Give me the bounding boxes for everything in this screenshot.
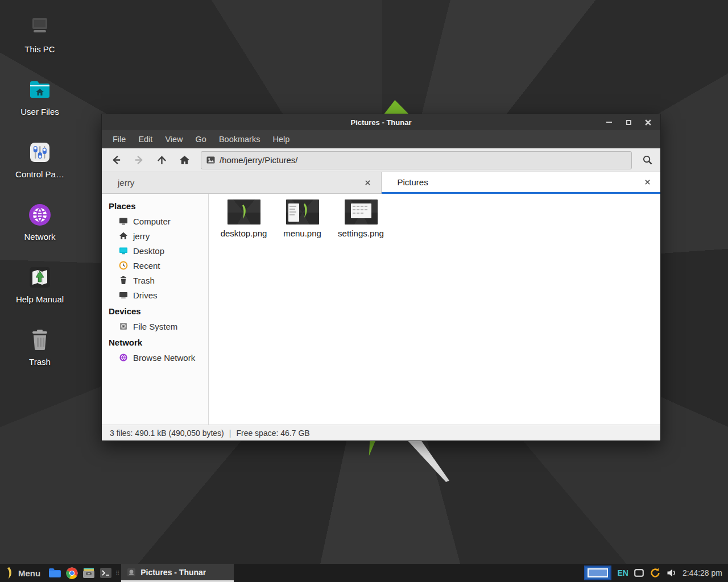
file-view[interactable]: desktop.png bbox=[209, 194, 660, 425]
file-grid: desktop.png bbox=[209, 194, 660, 238]
applications-menu-button[interactable]: Menu bbox=[0, 564, 46, 582]
sidebar-header-devices: Devices bbox=[102, 302, 208, 319]
folder-icon bbox=[48, 568, 61, 578]
terminal-icon bbox=[100, 567, 112, 579]
sidebar-item-label: File System bbox=[133, 322, 177, 331]
desktop-monitor-icon bbox=[119, 246, 128, 255]
thunar-window-icon bbox=[127, 568, 136, 577]
file-name: settings.png bbox=[338, 228, 384, 238]
desktop-icon-network[interactable]: Network bbox=[9, 201, 71, 248]
sidebar-item-label: Computer bbox=[133, 217, 171, 226]
image-file-icon bbox=[206, 156, 215, 164]
workspace-switcher[interactable] bbox=[584, 566, 611, 580]
sidebar-item-desktop[interactable]: Desktop bbox=[102, 243, 208, 258]
sidebar-item-label: Recent bbox=[133, 261, 160, 271]
desktop-icon-trash[interactable]: Trash bbox=[9, 326, 71, 373]
clock[interactable]: 2:44:28 pm bbox=[682, 568, 722, 577]
file-item-desktop-png[interactable]: desktop.png bbox=[214, 199, 273, 238]
workspace-window-outline bbox=[588, 568, 608, 577]
folder-home-icon bbox=[26, 76, 53, 103]
minimize-button[interactable] bbox=[603, 117, 615, 128]
sidebar-item-drives[interactable]: Drives bbox=[102, 288, 208, 302]
panel-drag-handle[interactable]: ⠿ bbox=[114, 564, 121, 582]
desktop-icon-label: User Files bbox=[20, 107, 59, 117]
network-globe-icon bbox=[119, 353, 128, 362]
file-item-settings-png[interactable]: settings.png bbox=[332, 199, 390, 238]
menu-bookmarks[interactable]: Bookmarks bbox=[213, 132, 267, 147]
tab-close-button[interactable] bbox=[363, 178, 373, 188]
update-notifier-icon[interactable] bbox=[650, 567, 661, 579]
launcher-chrome[interactable] bbox=[63, 564, 80, 582]
display-tray-icon[interactable] bbox=[634, 569, 644, 577]
back-button[interactable] bbox=[105, 151, 127, 170]
status-free-space: Free space: 46.7 GB bbox=[236, 429, 309, 438]
menu-help[interactable]: Help bbox=[266, 132, 296, 147]
menu-file[interactable]: File bbox=[106, 132, 132, 147]
menu-view[interactable]: View bbox=[159, 132, 189, 147]
back-arrow-icon bbox=[111, 155, 122, 165]
forward-button[interactable] bbox=[128, 151, 150, 170]
trash-icon bbox=[26, 326, 53, 354]
green-logo-shape bbox=[239, 204, 248, 219]
thumbnail-desktop-png bbox=[228, 199, 260, 225]
sidebar-item-browse-network[interactable]: Browse Network bbox=[102, 350, 208, 365]
sidebar-item-trash[interactable]: Trash bbox=[102, 273, 208, 288]
menu-button-label: Menu bbox=[18, 568, 40, 578]
desktop-icon-control-panel[interactable]: Control Pa… bbox=[9, 139, 71, 185]
desktop-icon-user-files[interactable]: User Files bbox=[9, 76, 71, 123]
taskbar-tray: EN 2:44:28 pm bbox=[584, 564, 728, 582]
search-button[interactable] bbox=[636, 151, 658, 170]
taskbar-left: Menu bbox=[0, 564, 234, 582]
close-icon bbox=[645, 180, 650, 185]
file-item-menu-png[interactable]: menu.png bbox=[273, 199, 332, 238]
filesystem-drive-icon bbox=[119, 322, 128, 331]
sidebar-item-computer[interactable]: Computer bbox=[102, 214, 208, 228]
tab-jerry[interactable]: jerry bbox=[102, 172, 382, 194]
sidebar-header-places: Places bbox=[102, 197, 208, 214]
sidebar-item-file-system[interactable]: File System bbox=[102, 319, 208, 334]
keyboard-layout-indicator[interactable]: EN bbox=[617, 568, 628, 577]
thumbnail-menu-png bbox=[286, 199, 319, 225]
sidebar-item-label: Trash bbox=[133, 276, 155, 285]
home-button[interactable] bbox=[173, 151, 195, 170]
taskbar: Menu bbox=[0, 564, 728, 582]
network-globe-icon bbox=[26, 201, 53, 228]
desktop-icon-this-pc[interactable]: This PC bbox=[9, 14, 71, 60]
help-manual-icon bbox=[26, 264, 53, 291]
window-title: Pictures - Thunar bbox=[102, 118, 660, 127]
desktop-icon-help-manual[interactable]: Help Manual bbox=[9, 264, 71, 310]
volume-tray-icon[interactable] bbox=[667, 568, 677, 577]
tab-pictures[interactable]: Pictures bbox=[382, 172, 661, 194]
green-logo-shape bbox=[301, 203, 309, 218]
launcher-file-manager[interactable] bbox=[46, 564, 63, 582]
desktop-icon-label: Network bbox=[24, 232, 55, 242]
sidebar-item-jerry[interactable]: jerry bbox=[102, 228, 208, 243]
search-icon bbox=[642, 155, 653, 165]
desktop-icon-label: This PC bbox=[24, 44, 55, 54]
menu-go[interactable]: Go bbox=[189, 132, 213, 147]
close-button[interactable] bbox=[642, 117, 653, 128]
desktop-icon-label: Trash bbox=[29, 357, 51, 367]
sidebar-item-recent[interactable]: Recent bbox=[102, 258, 208, 273]
launcher-archive-manager[interactable] bbox=[80, 564, 97, 582]
path-bar[interactable]: /home/jerry/Pictures/ bbox=[201, 151, 632, 169]
window-titlebar[interactable]: Pictures - Thunar bbox=[102, 114, 660, 130]
close-icon bbox=[365, 180, 370, 185]
tab-close-button[interactable] bbox=[642, 177, 652, 188]
path-text: /home/jerry/Pictures/ bbox=[220, 155, 298, 165]
desktop-icon-label: Control Pa… bbox=[15, 169, 64, 179]
launcher-terminal[interactable] bbox=[97, 564, 114, 582]
forward-arrow-icon bbox=[134, 155, 144, 165]
up-button[interactable] bbox=[151, 151, 172, 170]
menu-edit[interactable]: Edit bbox=[132, 132, 159, 147]
menu-panel-shape bbox=[288, 203, 299, 222]
maximize-button[interactable] bbox=[623, 117, 634, 128]
taskbar-window-button-thunar[interactable]: Pictures - Thunar bbox=[121, 564, 234, 582]
menu-logo-icon bbox=[5, 567, 14, 579]
sidebar-item-label: jerry bbox=[133, 231, 150, 241]
settings-window-shape bbox=[351, 203, 371, 218]
recent-clock-icon bbox=[119, 261, 128, 270]
computer-icon bbox=[26, 14, 53, 41]
desktop-icon-label: Help Manual bbox=[16, 294, 64, 304]
status-files-summary: 3 files: 490.1 kB (490,050 bytes) bbox=[110, 429, 224, 438]
